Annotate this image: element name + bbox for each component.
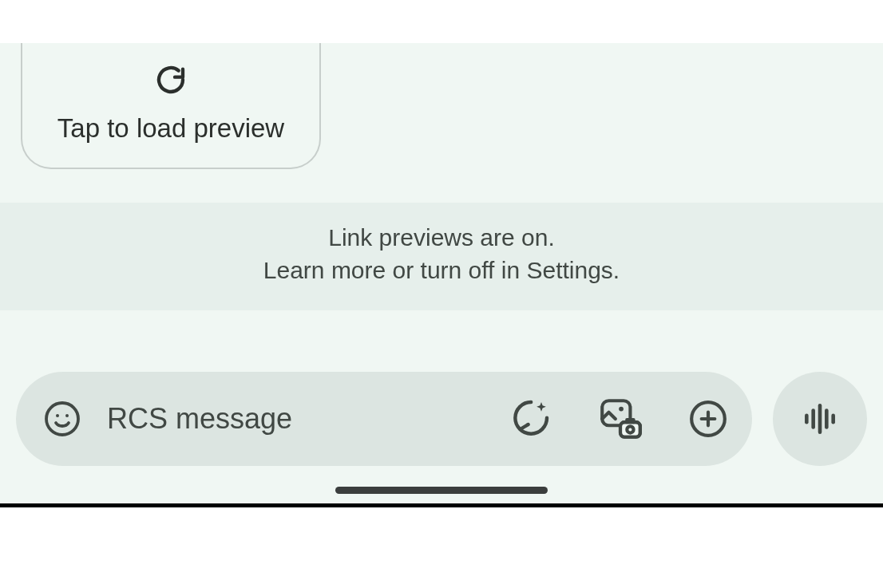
messages-app-frame: Tap to load preview Link previews are on… xyxy=(0,0,883,507)
svg-point-4 xyxy=(619,407,624,412)
svg-point-1 xyxy=(56,414,59,417)
composer-actions xyxy=(508,396,728,442)
preview-card-label: Tap to load preview xyxy=(57,113,284,144)
info-banner-line1: Link previews are on. xyxy=(16,222,867,255)
gallery-camera-icon[interactable] xyxy=(597,396,643,442)
conversation-area[interactable]: Tap to load preview xyxy=(0,43,883,203)
message-input-pill[interactable]: RCS message xyxy=(16,372,752,466)
android-nav-bar[interactable] xyxy=(335,487,548,494)
add-icon[interactable] xyxy=(688,399,728,439)
link-preview-card[interactable]: Tap to load preview xyxy=(21,43,321,169)
voice-message-button[interactable] xyxy=(773,372,867,466)
svg-point-2 xyxy=(65,414,69,417)
top-white-strip xyxy=(0,0,883,43)
svg-rect-5 xyxy=(620,422,640,437)
composer-wrap: RCS message xyxy=(0,310,883,503)
magic-compose-icon[interactable] xyxy=(508,397,552,441)
svg-point-0 xyxy=(46,403,78,435)
refresh-icon xyxy=(155,64,187,96)
info-banner-line2: Learn more or turn off in Settings. xyxy=(16,255,867,287)
message-input-placeholder: RCS message xyxy=(107,402,482,436)
link-preview-info-banner[interactable]: Link previews are on. Learn more or turn… xyxy=(0,203,883,310)
emoji-icon[interactable] xyxy=(43,400,81,438)
message-composer: RCS message xyxy=(0,340,883,482)
